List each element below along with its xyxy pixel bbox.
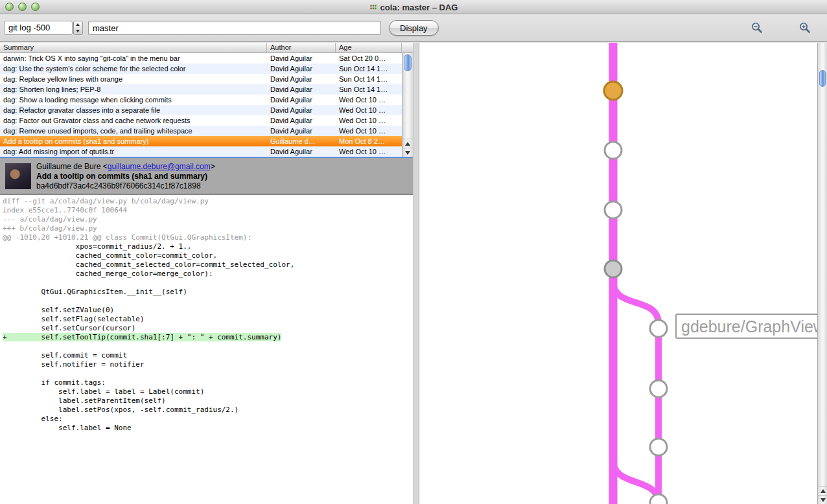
scrollbar-arrows <box>818 486 827 504</box>
commit-summary: darwin: Trick OS X into saying "git-cola… <box>0 53 267 63</box>
diff-line-ctx: xpos=commit_radius/2. + 1., <box>3 242 410 251</box>
commit-list-pane: Summary Author Age darwin: Trick OS X in… <box>0 43 413 504</box>
column-header-spacer <box>402 43 413 52</box>
commit-summary: dag: Remove unused imports, code, and tr… <box>0 126 267 136</box>
titlebar[interactable]: cola: master – DAG <box>0 0 827 14</box>
commit-summary: dag: Use the system's color scheme for t… <box>0 63 267 74</box>
display-button[interactable]: Display <box>389 20 439 36</box>
diff-line-ctx: cached_commit_selected_color=commit_sele… <box>3 260 410 269</box>
app-window: cola: master – DAG git log -500 Display <box>0 0 827 504</box>
close-button[interactable] <box>5 3 14 11</box>
window-title-text: cola: master – DAG <box>380 3 458 12</box>
column-header-summary[interactable]: Summary <box>0 43 267 52</box>
pane-splitter[interactable] <box>413 43 419 504</box>
branch-ref-label[interactable]: gdebure/GraphView <box>681 317 817 336</box>
ref-input[interactable] <box>88 21 381 35</box>
diff-line-ctx: self.setFlag(selectable) <box>3 315 410 324</box>
commit-age: Sun Oct 14 1… <box>336 84 402 95</box>
minimize-button[interactable] <box>18 3 27 11</box>
commit-row-selected[interactable]: Add a tooltip on commits (sha1 and summa… <box>0 136 402 146</box>
diff-line-ctx <box>3 342 410 351</box>
commit-node-merge[interactable] <box>605 260 622 277</box>
scroll-up-button[interactable] <box>402 139 413 148</box>
commit-age: Sat Oct 20 0… <box>336 53 402 63</box>
commit-summary: Add a tooltip on commits (sha1 and summa… <box>36 172 413 181</box>
commit-row[interactable]: dag: Use the system's color scheme for t… <box>0 63 402 74</box>
commit-row[interactable]: dag: Refactor gravatar classes into a se… <box>0 105 402 115</box>
commit-list-scrollbar[interactable] <box>402 53 413 157</box>
commit-summary: dag: Replace yellow lines with orange <box>0 74 267 84</box>
scroll-down-button[interactable] <box>818 495 827 504</box>
commit-row[interactable]: dag: Show a loading message when clickin… <box>0 95 402 105</box>
commit-row[interactable]: darwin: Trick OS X into saying "git-cola… <box>0 53 402 63</box>
diff-line-meta: --- a/cola/dag/view.py <box>3 215 410 224</box>
commit-sha1: ba4d6bdf73ac4c2436b9f76066c314c1f87c1898 <box>36 181 413 191</box>
graph-scrollbar[interactable] <box>817 43 827 504</box>
diff-line-add: + self.setToolTip(commit.sha1[:7] + ": "… <box>3 333 410 342</box>
commit-list-body: darwin: Trick OS X into saying "git-cola… <box>0 53 413 157</box>
zoom-button[interactable] <box>31 3 40 11</box>
commit-author: David Aguilar <box>267 115 336 126</box>
commit-details-panel: Guillaume de Bure <guillaume.debure@gmai… <box>0 158 413 194</box>
commit-table: Summary Author Age darwin: Trick OS X in… <box>0 43 413 158</box>
commit-age: Wed Oct 10 … <box>336 95 402 105</box>
diff-line-ctx: if commit.tags: <box>3 378 410 387</box>
diff-view[interactable]: diff --git a/cola/dag/view.py b/cola/dag… <box>0 194 413 504</box>
commit-summary: dag: Show a loading message when clickin… <box>0 95 267 105</box>
app-icon <box>369 3 377 11</box>
commit-node-normal[interactable] <box>650 439 667 455</box>
diff-line-ctx <box>3 279 410 288</box>
log-command-combo[interactable]: git log -500 <box>4 21 73 35</box>
diff-line-ctx: self.label = label = Label(commit) <box>3 387 410 396</box>
commit-author: David Aguilar <box>267 126 336 136</box>
scroll-down-button[interactable] <box>402 148 413 157</box>
log-command-stepper[interactable] <box>73 21 83 35</box>
commit-row[interactable]: dag: Add missing import of qtutils.trDav… <box>0 146 402 157</box>
commit-age: Sun Oct 14 1… <box>336 74 402 84</box>
commit-age: Wed Oct 10 … <box>336 105 402 115</box>
commit-row[interactable]: dag: Factor out Gravator class and cache… <box>0 115 402 126</box>
stepper-down-icon[interactable] <box>74 28 82 34</box>
commit-row[interactable]: dag: Replace yellow lines with orangeDav… <box>0 74 402 84</box>
commit-summary: dag: Add missing import of qtutils.tr <box>0 146 267 157</box>
commit-node-normal[interactable] <box>650 494 667 504</box>
scrollbar-thumb[interactable] <box>404 54 412 71</box>
scrollbar-thumb[interactable] <box>819 70 826 87</box>
diff-line-ctx: label.setParentItem(self) <box>3 396 410 406</box>
commit-row[interactable]: dag: Shorten long lines; PEP-8David Agui… <box>0 84 402 95</box>
diff-line-ctx: self.notifier = notifier <box>3 360 410 369</box>
commit-age: Wed Oct 10 … <box>336 126 402 136</box>
column-header-author[interactable]: Author <box>267 43 336 52</box>
commit-summary: dag: Refactor gravatar classes into a se… <box>0 105 267 115</box>
dag-graph-pane: gdebure/GraphView <box>419 43 827 504</box>
diff-line-ctx: cached_merge_color=merge_color): <box>3 269 410 279</box>
commit-author: David Aguilar <box>267 53 336 63</box>
commit-summary: dag: Factor out Gravator class and cache… <box>0 115 267 126</box>
commit-author: Guillaume d… <box>267 136 336 146</box>
commit-node-normal[interactable] <box>605 201 622 218</box>
dag-graph[interactable]: gdebure/GraphView <box>419 43 817 504</box>
zoom-in-icon[interactable] <box>798 21 811 34</box>
commit-table-header: Summary Author Age <box>0 43 413 53</box>
angle-close: > <box>211 162 215 171</box>
diff-line-ctx: QtGui.QGraphicsItem.__init__(self) <box>3 288 410 297</box>
commit-node-normal[interactable] <box>650 380 667 397</box>
author-name: Guillaume de Bure <box>36 162 100 171</box>
diff-line-ctx <box>3 297 410 306</box>
commit-node-normal[interactable] <box>605 142 622 159</box>
commit-row[interactable]: dag: Remove unused imports, code, and tr… <box>0 126 402 136</box>
commit-node-selected[interactable] <box>604 82 622 100</box>
commit-author: David Aguilar <box>267 95 336 105</box>
diff-line-ctx: self.setZValue(0) <box>3 306 410 315</box>
diff-line-ctx: self.commit = commit <box>3 351 410 360</box>
angle-open: < <box>103 162 108 171</box>
commit-node-normal[interactable] <box>650 320 667 337</box>
stepper-up-icon[interactable] <box>74 21 82 28</box>
traffic-lights <box>5 3 40 11</box>
column-header-age[interactable]: Age <box>336 43 402 52</box>
zoom-out-icon[interactable] <box>751 21 763 34</box>
author-email-link[interactable]: guillaume.debure@gmail.com <box>108 162 211 171</box>
author-avatar <box>5 163 31 189</box>
diff-line-ctx: else: <box>3 415 410 424</box>
scroll-up-button[interactable] <box>818 486 827 495</box>
